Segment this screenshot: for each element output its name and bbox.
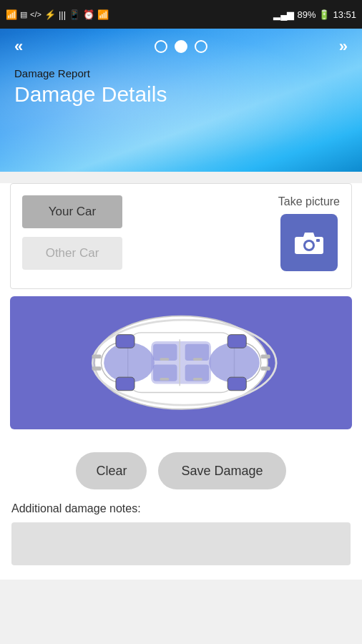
page-dot-2[interactable] [175, 40, 187, 53]
svg-rect-23 [193, 378, 202, 381]
svg-rect-16 [116, 335, 134, 348]
svg-rect-25 [261, 367, 270, 371]
wifi-icon: 📶 [97, 9, 109, 20]
alarm-icon: ⏰ [83, 9, 94, 20]
status-bar: 📶 ▤ </> ⚡ ||| 📱 ⏰ 📶 ▂▄▆ 89% 🔋 13:51 [0, 0, 362, 29]
battery-icon: 🔋 [318, 9, 330, 20]
forward-button[interactable]: » [339, 37, 348, 56]
svg-rect-21 [193, 358, 202, 361]
car-buttons-column: Your Car Other Car [22, 195, 122, 270]
additional-notes-section: Additional damage notes: [0, 502, 362, 580]
other-car-button[interactable]: Other Car [22, 237, 122, 270]
camera-button[interactable] [280, 214, 338, 271]
navigation-bar: « » [0, 29, 362, 64]
main-content: Your Car Other Car Take picture [0, 183, 362, 580]
your-car-button[interactable]: Your Car [22, 195, 122, 228]
header-content: Damage Report Damage Details [0, 64, 362, 114]
page-title: Damage Details [14, 82, 348, 107]
usb-icon: ⚡ [44, 9, 56, 20]
clear-button[interactable]: Clear [76, 452, 147, 489]
car-top-view [27, 303, 335, 422]
storage-icon: ▤ [20, 10, 27, 19]
action-buttons-row: Clear Save Damage [0, 439, 362, 502]
svg-rect-24 [261, 355, 270, 359]
save-damage-button[interactable]: Save Damage [158, 452, 285, 489]
phone-icon: 📱 [69, 9, 80, 20]
report-label: Damage Report [14, 67, 348, 79]
svg-point-9 [104, 343, 155, 383]
status-icons-left: 📶 ▤ </> ⚡ ||| 📱 ⏰ 📶 [6, 9, 109, 20]
camera-icon [293, 230, 325, 255]
take-picture-area: Take picture [278, 195, 340, 271]
code-icon: </> [30, 10, 41, 19]
page-indicator [155, 40, 207, 53]
svg-rect-26 [92, 355, 101, 359]
svg-point-8 [209, 343, 260, 383]
page-dot-1[interactable] [155, 40, 167, 53]
page-dot-3[interactable] [195, 40, 207, 53]
header-background: « » Damage Report Damage Details [0, 29, 362, 172]
take-picture-label: Take picture [278, 195, 340, 208]
svg-rect-22 [160, 378, 169, 381]
signal-icon: ▂▄▆ [273, 9, 294, 20]
status-icons-right: ▂▄▆ 89% 🔋 13:51 [273, 9, 356, 20]
battery-percent: 89% [297, 9, 315, 20]
svg-rect-20 [160, 358, 169, 361]
svg-rect-27 [92, 367, 101, 371]
back-button[interactable]: « [14, 37, 23, 56]
svg-point-2 [305, 242, 313, 249]
car-diagram[interactable] [10, 296, 352, 429]
svg-rect-18 [228, 335, 246, 348]
car-section-card: Your Car Other Car Take picture [10, 183, 352, 289]
car-buttons-row: Your Car Other Car Take picture [22, 195, 340, 271]
sim-icon: 📶 [6, 9, 17, 20]
time-display: 13:51 [333, 9, 356, 20]
notes-label: Additional damage notes: [11, 502, 351, 515]
svg-rect-17 [116, 377, 134, 391]
bars-icon: ||| [59, 9, 66, 20]
svg-rect-3 [316, 239, 320, 242]
notes-input[interactable] [11, 522, 351, 565]
svg-rect-19 [228, 377, 246, 391]
